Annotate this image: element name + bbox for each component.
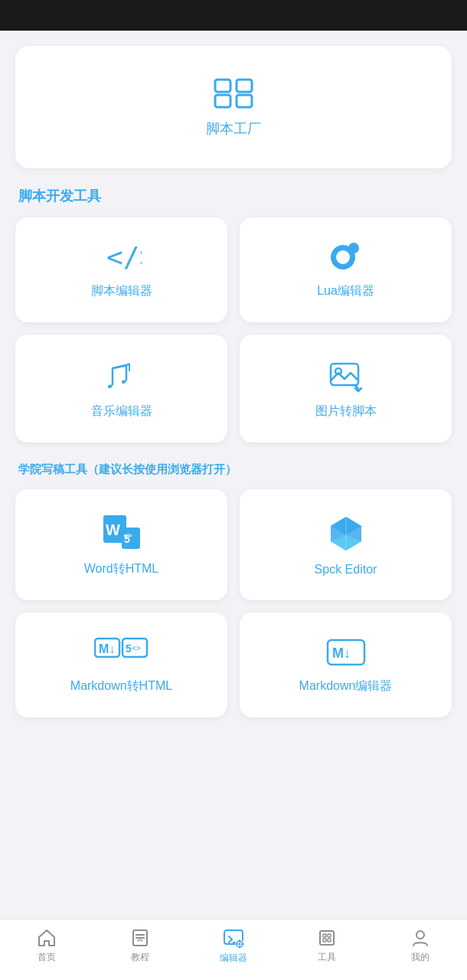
md-editor-icon: M↓	[326, 635, 366, 669]
dev-tools-section-title: 脚本开发工具	[15, 187, 452, 205]
markdown-editor-label: Markdown编辑器	[299, 678, 393, 694]
music-editor-card[interactable]: 音乐编辑器	[15, 335, 227, 443]
tutorial-icon	[130, 928, 150, 948]
tab-editor[interactable]: 编辑器	[187, 927, 280, 965]
svg-point-38	[416, 931, 424, 939]
svg-rect-0	[215, 80, 230, 92]
main-content: 脚本工厂 脚本开发工具 </> 脚本编辑器 Lua编辑器	[0, 31, 467, 919]
svg-text:</>: </>	[106, 241, 142, 273]
tab-mine[interactable]: 我的	[374, 928, 467, 964]
hero-label: 脚本工厂	[206, 119, 261, 138]
image-to-script-card[interactable]: 图片转脚本	[240, 335, 452, 443]
svg-rect-34	[323, 934, 326, 937]
tab-tutorial-label: 教程	[131, 951, 149, 964]
tab-home[interactable]: 首页	[0, 928, 93, 964]
lua-icon	[326, 240, 366, 274]
svg-text:M↓: M↓	[99, 642, 115, 655]
svg-rect-3	[237, 95, 252, 107]
svg-text:<>: <>	[132, 644, 141, 652]
music-editor-label: 音乐编辑器	[91, 403, 152, 420]
word-to-html-label: Word转HTML	[84, 561, 159, 577]
script-editor-card[interactable]: </> 脚本编辑器	[15, 217, 227, 322]
svg-rect-33	[320, 931, 334, 945]
code-icon: </>	[102, 240, 142, 274]
editor-icon	[223, 927, 244, 949]
svg-rect-10	[331, 364, 358, 385]
svg-text:W: W	[106, 521, 120, 538]
word-icon: W 5 <>	[100, 512, 143, 552]
svg-point-7	[336, 250, 350, 264]
script-editor-label: 脚本编辑器	[91, 283, 152, 299]
tab-mine-label: 我的	[411, 951, 429, 964]
hero-card[interactable]: 脚本工厂	[15, 46, 452, 168]
lua-editor-card[interactable]: Lua编辑器	[240, 217, 452, 322]
svg-rect-1	[237, 80, 252, 92]
write-tools-section-title: 学院写稿工具（建议长按使用浏览器打开）	[15, 461, 452, 477]
tab-bar: 首页 教程	[0, 919, 467, 980]
tab-tools-label: 工具	[318, 951, 336, 964]
svg-rect-2	[215, 95, 230, 107]
tab-tools[interactable]: 工具	[280, 928, 374, 964]
svg-point-28	[239, 943, 241, 946]
status-bar	[0, 0, 467, 31]
dev-tools-grid: </> 脚本编辑器 Lua编辑器	[15, 217, 452, 443]
factory-icon	[212, 77, 255, 110]
svg-text:5: 5	[126, 642, 132, 655]
tab-editor-label: 编辑器	[220, 952, 247, 965]
home-icon	[37, 928, 57, 948]
tools-icon	[317, 928, 337, 948]
spck-icon	[326, 514, 366, 554]
music-icon	[102, 358, 142, 394]
svg-rect-37	[328, 939, 331, 942]
svg-point-6	[348, 243, 359, 253]
image-icon	[326, 358, 366, 394]
spck-editor-label: Spck Editor	[315, 563, 377, 577]
write-tools-grid: W 5 <> Word转HTML Spck Edito	[15, 489, 452, 717]
svg-rect-35	[328, 934, 331, 937]
svg-text:<>: <>	[123, 531, 132, 540]
lua-editor-label: Lua编辑器	[317, 283, 374, 299]
markdown-to-html-label: Markdown转HTML	[70, 678, 172, 694]
svg-text:M↓: M↓	[332, 645, 351, 661]
tab-home-label: 首页	[38, 951, 56, 964]
markdown-to-html-card[interactable]: M↓ 5 <> Markdown转HTML	[15, 612, 227, 717]
mine-icon	[410, 928, 430, 948]
markdown-editor-card[interactable]: M↓ Markdown编辑器	[240, 612, 452, 717]
tab-tutorial[interactable]: 教程	[93, 928, 187, 964]
svg-rect-36	[323, 939, 326, 942]
spck-editor-card[interactable]: Spck Editor	[240, 489, 452, 600]
word-to-html-card[interactable]: W 5 <> Word转HTML	[15, 489, 227, 600]
md-html-icon: M↓ 5 <>	[94, 635, 149, 669]
image-to-script-label: 图片转脚本	[315, 403, 377, 420]
